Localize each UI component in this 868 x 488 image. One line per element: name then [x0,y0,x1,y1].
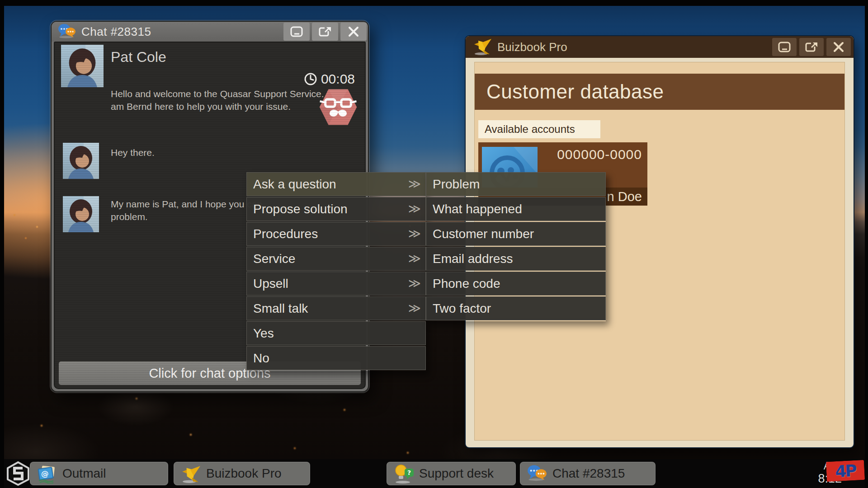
minimize-button[interactable] [772,38,797,56]
bird-icon [473,37,492,57]
lightbulb-icon: ? [394,464,414,483]
bird-icon [181,464,201,483]
menu-item-small-talk[interactable]: Small talk ≫ [246,296,426,320]
menu-item-procedures[interactable]: Procedures ≫ [246,222,426,246]
customer-avatar [61,45,104,87]
submenu-item-what-happened[interactable]: What happened [426,197,606,221]
close-button[interactable] [340,23,367,41]
minimize-button[interactable] [283,23,310,41]
town-lights-decor [0,0,2,2]
menu-item-yes[interactable]: Yes [246,321,426,345]
watermark-logo: 4P [826,460,865,482]
buizbook-window-title: Buizbook Pro [497,40,567,54]
menu-item-no[interactable]: No [246,346,426,370]
submenu-chevron-icon: ≫ [408,276,421,290]
menu-item-service[interactable]: Service ≫ [246,247,426,271]
submenu-item-customer-number[interactable]: Customer number [426,222,606,246]
account-number: 000000-0000 [557,147,642,162]
timer-value: 00:08 [321,71,355,87]
customer-avatar [63,196,99,232]
menu-item-upsell[interactable]: Upsell ≫ [246,272,426,296]
available-accounts-label: Available accounts [478,120,600,138]
svg-text:?: ? [407,469,411,476]
submenu-chevron-icon: ≫ [408,201,421,216]
buizbook-titlebar[interactable]: Buizbook Pro [466,36,854,58]
chat-window-title: Chat #28315 [81,25,151,39]
submenu-chevron-icon: ≫ [408,251,421,265]
agent-message: Hello and welcome to the Quasar Support … [111,88,341,113]
clock-icon [304,72,317,86]
chat-timer: 00:08 [304,71,355,87]
submenu-chevron-icon: ≫ [408,226,421,240]
chat-options-menu: Ask a question ≫ Propose solution ≫ Proc… [246,172,426,371]
start-logo[interactable] [6,461,30,486]
submenu-chevron-icon: ≫ [408,176,421,191]
chat-titlebar[interactable]: Chat #28315 [52,22,368,42]
customer-message: Hey there. [111,146,301,159]
taskbar-item-buizbook-pro[interactable]: Buizbook Pro [174,462,310,485]
submenu-chevron-icon: ≫ [408,300,421,315]
submenu-item-problem[interactable]: Problem [426,172,606,196]
ask-a-question-submenu: Problem What happened Customer number Em… [426,172,606,321]
menu-item-ask-a-question[interactable]: Ask a question ≫ [246,172,426,196]
popout-button[interactable] [312,23,338,41]
chat-bubbles-icon [527,464,547,483]
menu-item-propose-solution[interactable]: Propose solution ≫ [246,197,426,221]
submenu-item-two-factor[interactable]: Two factor [426,296,606,320]
contact-name: Pat Cole [111,49,166,66]
taskbar-item-support-desk[interactable]: ? Support desk [387,462,516,485]
submenu-item-email-address[interactable]: Email address [426,247,606,271]
agent-avatar [319,88,358,127]
popout-button[interactable] [799,38,824,56]
mail-icon: @ [37,464,57,483]
close-button[interactable] [826,38,851,56]
customer-avatar [63,143,99,179]
taskbar-item-outmail[interactable]: @ Outmail [30,462,168,485]
taskbar: @ Outmail Buizbook Pro [0,459,868,488]
desktop: Buizbook Pro Customer database Available… [0,0,868,488]
customer-database-header: Customer database [475,74,844,110]
svg-text:@: @ [40,469,49,479]
page-title: Customer database [475,80,664,103]
taskbar-item-chat[interactable]: Chat #28315 [520,462,656,485]
submenu-item-phone-code[interactable]: Phone code [426,272,606,296]
chat-bubbles-icon [58,23,76,40]
